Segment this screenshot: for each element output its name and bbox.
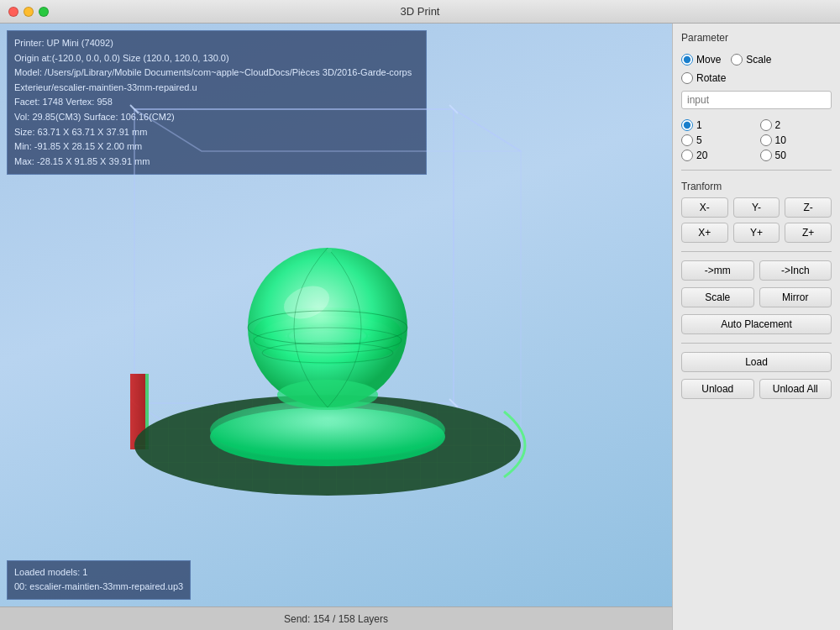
y-plus-button[interactable]: Y+ — [733, 223, 780, 243]
parameter-title: Parameter — [681, 32, 832, 44]
unit-row: ->mm ->Inch — [681, 260, 832, 281]
status-bar: Send: 154 / 158 Layers — [0, 606, 672, 630]
unload-row: Unload Unload All — [681, 379, 832, 399]
scale-mirror-row: Scale Mirror — [681, 287, 832, 307]
transform-title: Tranform — [681, 181, 832, 192]
traffic-lights — [8, 7, 49, 17]
step-5-label: 5 — [696, 134, 702, 146]
move-scale-row: Move Scale — [681, 54, 832, 66]
radio-option-50[interactable]: 50 — [760, 150, 832, 161]
rotate-label: Rotate — [696, 72, 726, 84]
rotate-option[interactable]: Rotate — [681, 72, 726, 84]
radio-option-1[interactable]: 1 — [681, 119, 753, 131]
svg-marker-2 — [454, 109, 521, 445]
step-20-radio[interactable] — [681, 150, 693, 161]
parameter-input[interactable] — [681, 91, 832, 109]
divider-3 — [681, 343, 832, 344]
minimize-button[interactable] — [24, 7, 34, 17]
3d-scene — [0, 24, 672, 606]
to-mm-button[interactable]: ->mm — [681, 260, 754, 281]
to-inch-button[interactable]: ->Inch — [759, 260, 832, 281]
titlebar: 3D Print — [0, 0, 840, 24]
loaded-model-name: 00: escalier-maintien-33mm-repaired.up3 — [14, 580, 183, 595]
move-label: Move — [696, 54, 721, 66]
right-panel: Parameter Move Scale Rotate 1 — [672, 24, 840, 630]
rotate-row: Rotate — [681, 72, 832, 84]
rotate-radio[interactable] — [681, 72, 693, 84]
loaded-count: Loaded models: 1 — [14, 565, 183, 580]
step-50-label: 50 — [775, 150, 786, 161]
maximize-button[interactable] — [39, 7, 49, 17]
unload-all-button[interactable]: Unload All — [759, 379, 832, 399]
step-1-radio[interactable] — [681, 119, 693, 131]
x-plus-button[interactable]: X+ — [681, 223, 728, 243]
step-1-label: 1 — [696, 119, 702, 131]
z-minus-button[interactable]: Z- — [785, 197, 832, 218]
radio-option-10[interactable]: 10 — [760, 134, 832, 146]
scale-label: Scale — [746, 54, 771, 66]
svg-point-22 — [277, 380, 378, 410]
divider-1 — [681, 170, 832, 171]
radio-option-5[interactable]: 5 — [681, 134, 753, 146]
scale-option[interactable]: Scale — [731, 54, 771, 66]
window-title: 3D Print — [401, 5, 440, 18]
transform-section: Tranform X- Y- Z- X+ Y+ Z+ — [681, 181, 832, 243]
radio-options-grid: 1 2 5 10 20 50 — [681, 119, 832, 161]
auto-placement-button[interactable]: Auto Placement — [681, 314, 832, 334]
move-radio[interactable] — [681, 54, 693, 66]
x-minus-button[interactable]: X- — [681, 197, 728, 218]
step-2-radio[interactable] — [760, 119, 772, 131]
z-plus-button[interactable]: Z+ — [785, 223, 832, 243]
close-button[interactable] — [8, 7, 18, 17]
step-10-radio[interactable] — [760, 134, 772, 146]
divider-2 — [681, 251, 832, 252]
step-50-radio[interactable] — [760, 150, 772, 161]
step-2-label: 2 — [775, 119, 781, 131]
transform-row-1: X- Y- Z- — [681, 197, 832, 218]
scale-radio[interactable] — [731, 54, 743, 66]
step-5-radio[interactable] — [681, 134, 693, 146]
radio-option-20[interactable]: 20 — [681, 150, 753, 161]
transform-row-2: X+ Y+ Z+ — [681, 223, 832, 243]
scale-button[interactable]: Scale — [681, 287, 754, 307]
step-20-label: 20 — [696, 150, 707, 161]
mirror-button[interactable]: Mirror — [759, 287, 832, 307]
status-text: Send: 154 / 158 Layers — [284, 613, 388, 625]
load-button[interactable]: Load — [681, 352, 832, 372]
move-option[interactable]: Move — [681, 54, 721, 66]
svg-point-26 — [327, 248, 332, 253]
y-minus-button[interactable]: Y- — [733, 197, 780, 218]
unload-button[interactable]: Unload — [681, 379, 754, 399]
loaded-models-overlay: Loaded models: 1 00: escalier-maintien-3… — [7, 560, 191, 600]
3d-viewport[interactable]: Printer: UP Mini (74092) Origin at:(-120… — [0, 24, 672, 630]
radio-option-2[interactable]: 2 — [760, 119, 832, 131]
step-10-label: 10 — [775, 134, 786, 146]
main-content: Printer: UP Mini (74092) Origin at:(-120… — [0, 24, 840, 630]
